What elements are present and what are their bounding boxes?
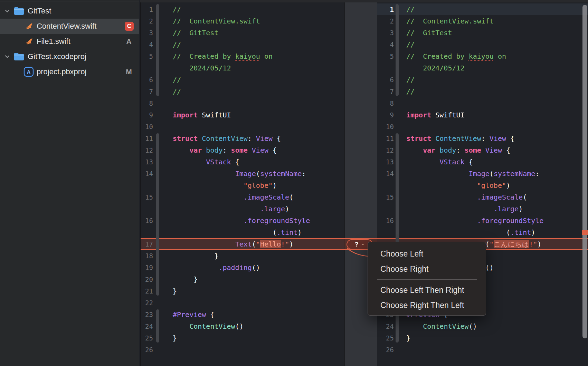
code-line[interactable]: 18 }: [141, 250, 345, 262]
code-line[interactable]: 26: [377, 344, 588, 356]
menu-item-choose-right[interactable]: Choose Right: [368, 261, 486, 277]
code-line[interactable]: 4//: [141, 39, 345, 50]
line-number: 18: [141, 250, 153, 262]
code-line[interactable]: 1//: [141, 3, 345, 15]
code-line[interactable]: 4//: [377, 39, 588, 50]
code-line[interactable]: 25}: [377, 332, 588, 344]
code-text: "globe"): [173, 180, 277, 191]
code-line[interactable]: 9import SwiftUI: [141, 109, 345, 121]
code-line[interactable]: 10: [141, 121, 345, 133]
code-line[interactable]: 15 .imageScale(: [141, 191, 345, 203]
code-line[interactable]: 12 var body: some View {: [377, 144, 588, 156]
diff-editor-left[interactable]: 1//2// ContentView.swift3// GitTest4//5/…: [140, 0, 345, 366]
code-line[interactable]: 5// Created by kaiyou on: [141, 50, 345, 62]
line-number: 15: [377, 191, 394, 203]
disclosure-chevron-icon[interactable]: [3, 7, 11, 15]
change-bar: [396, 4, 399, 96]
code-line[interactable]: 16 .foregroundStyle: [141, 215, 345, 227]
code-text: .imageScale(: [173, 191, 293, 203]
code-line[interactable]: "globe"): [141, 180, 345, 191]
sidebar-item-project-pbxproj[interactable]: Aproject.pbxprojM: [0, 64, 139, 79]
code-line[interactable]: .large): [141, 203, 345, 215]
code-line[interactable]: 13 VStack {: [141, 156, 345, 168]
line-number: [377, 62, 394, 74]
code-line[interactable]: 24 ContentView(): [141, 320, 345, 332]
editor-scrollbar[interactable]: [582, 5, 587, 338]
code-line[interactable]: 24 ContentView(): [377, 320, 588, 332]
disclosure-chevron-icon[interactable]: [3, 53, 11, 60]
code-line[interactable]: 11struct ContentView: View {: [141, 133, 345, 144]
code-line[interactable]: 8: [141, 97, 345, 109]
sidebar-item-gittest[interactable]: GitTest: [0, 3, 139, 19]
code-line[interactable]: 10: [377, 121, 588, 133]
code-line[interactable]: 3// GitTest: [377, 27, 588, 39]
code-text: .large): [173, 203, 289, 215]
code-line[interactable]: 14 Image(systemName:: [377, 168, 588, 180]
code-text: import SwiftUI: [173, 109, 231, 121]
code-line[interactable]: 5// Created by kaiyou on: [377, 50, 588, 62]
code-line[interactable]: 6//: [141, 74, 345, 86]
code-text: //: [173, 39, 181, 50]
change-bar: [156, 4, 159, 96]
question-mark-icon: ?: [355, 241, 359, 248]
code-line[interactable]: 2024/05/12: [141, 62, 345, 74]
code-text: var body: some View {: [406, 144, 510, 156]
code-line[interactable]: 14 Image(systemName:: [141, 168, 345, 180]
code-text: // Created by kaiyou on: [173, 50, 273, 62]
code-text: VStack {: [406, 156, 473, 168]
code-line[interactable]: 21}: [141, 285, 345, 297]
code-line[interactable]: 7//: [377, 86, 588, 97]
code-line[interactable]: (.tint): [141, 227, 345, 238]
menu-separator: [377, 279, 477, 280]
file-label: GitTest.xcodeproj: [28, 52, 86, 61]
code-text: //: [173, 86, 181, 97]
menu-item-choose-left-then-right[interactable]: Choose Left Then Right: [368, 282, 486, 298]
code-text: Image(systemName:: [406, 168, 539, 180]
scm-status-badge: A: [122, 37, 136, 46]
sidebar-item-contentview-swift[interactable]: ContentView.swiftC: [0, 19, 139, 34]
code-line[interactable]: 11struct ContentView: View {: [377, 133, 588, 144]
code-line[interactable]: 2// ContentView.swift: [141, 15, 345, 27]
code-line[interactable]: 12 var body: some View {: [141, 144, 345, 156]
code-line[interactable]: 22: [141, 297, 345, 309]
code-line[interactable]: 1//: [377, 3, 588, 15]
line-number: [377, 180, 394, 191]
code-line[interactable]: 19 .padding(): [141, 262, 345, 273]
code-text: ContentView(): [173, 320, 244, 332]
code-line[interactable]: "globe"): [377, 180, 588, 191]
code-line[interactable]: 23#Preview {: [141, 309, 345, 320]
code-line[interactable]: 6//: [377, 74, 588, 86]
code-line[interactable]: 13 VStack {: [377, 156, 588, 168]
line-number: 26: [141, 344, 153, 356]
code-line[interactable]: 26: [141, 344, 345, 356]
code-line[interactable]: 20 }: [141, 273, 345, 285]
code-line[interactable]: 9import SwiftUI: [377, 109, 588, 121]
code-text: .padding(): [173, 262, 260, 273]
code-line[interactable]: 3// GitTest: [141, 27, 345, 39]
line-number: 1: [377, 3, 394, 15]
code-line[interactable]: (.tint): [377, 227, 588, 238]
file-label: GitTest: [28, 7, 51, 16]
code-line[interactable]: 8: [377, 97, 588, 109]
code-text: import SwiftUI: [406, 109, 465, 121]
code-line[interactable]: 25}: [141, 332, 345, 344]
code-line[interactable]: 16 .foregroundStyle: [377, 215, 588, 227]
code-text: #Preview {: [173, 309, 214, 320]
sidebar-item-gittest-xcodeproj[interactable]: GitTest.xcodeproj: [0, 49, 139, 64]
code-text: 2024/05/12: [406, 62, 465, 74]
menu-item-choose-left[interactable]: Choose Left: [368, 246, 486, 261]
menu-item-choose-right-then-left[interactable]: Choose Right Then Left: [368, 298, 486, 313]
code-text: //: [406, 74, 415, 86]
code-line[interactable]: 2024/05/12: [377, 62, 588, 74]
code-line[interactable]: .large): [377, 203, 588, 215]
conflict-code-line[interactable]: 17 Text("Hello!"): [141, 238, 345, 250]
code-line[interactable]: 7//: [141, 86, 345, 97]
code-line[interactable]: 15 .imageScale(: [377, 191, 588, 203]
line-number: 16: [377, 215, 394, 227]
line-number: 1: [141, 3, 153, 15]
sidebar-item-file1-swift[interactable]: File1.swiftA: [0, 34, 139, 49]
code-text: .foregroundStyle: [406, 215, 543, 227]
code-line[interactable]: 2// ContentView.swift: [377, 15, 588, 27]
line-number: 9: [141, 109, 153, 121]
line-number: 5: [377, 50, 394, 62]
